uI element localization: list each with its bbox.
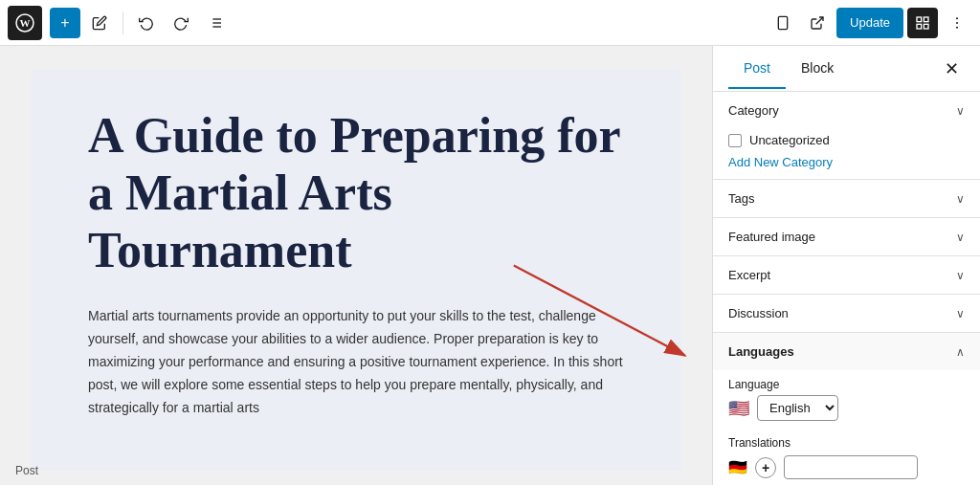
featured-image-title: Featured image <box>728 230 815 244</box>
category-chevron-icon: ∨ <box>956 104 965 118</box>
tablet-icon <box>775 15 791 31</box>
excerpt-title: Excerpt <box>728 268 770 282</box>
category-section: Category ∨ Uncategorized Add New Categor… <box>713 92 980 180</box>
editor-canvas: A Guide to Preparing for a Martial Arts … <box>31 69 681 471</box>
undo-icon <box>139 15 154 31</box>
svg-rect-12 <box>924 17 928 22</box>
svg-rect-8 <box>778 16 787 29</box>
tab-block[interactable]: Block <box>786 49 849 89</box>
svg-point-17 <box>956 26 958 28</box>
svg-rect-11 <box>917 17 922 22</box>
sidebar-header: Post Block ✕ <box>713 46 980 92</box>
svg-point-16 <box>956 22 958 24</box>
discussion-section-header[interactable]: Discussion ∨ <box>713 295 980 332</box>
translation-input[interactable] <box>784 455 918 479</box>
more-icon <box>949 15 965 31</box>
redo-icon <box>173 15 189 31</box>
external-link-icon <box>810 15 825 31</box>
wp-logo-icon: W <box>15 13 34 33</box>
category-checkbox[interactable] <box>728 134 742 147</box>
languages-section: Languages ∧ Language 🇺🇸 English German F… <box>713 333 980 485</box>
featured-image-section-header[interactable]: Featured image ∨ <box>713 218 980 255</box>
post-content[interactable]: Martial arts tournaments provide an oppo… <box>88 305 624 419</box>
discussion-section: Discussion ∨ <box>713 295 980 333</box>
languages-title: Languages <box>728 344 794 359</box>
preview-button[interactable] <box>768 8 798 38</box>
add-translation-button[interactable]: + <box>755 457 776 478</box>
undo-button[interactable] <box>131 8 162 38</box>
category-item-uncategorized: Uncategorized <box>713 129 980 155</box>
category-section-header[interactable]: Category ∨ <box>713 92 980 129</box>
translations-label: Translations <box>713 429 980 455</box>
main-area: A Guide to Preparing for a Martial Arts … <box>0 46 980 485</box>
language-select[interactable]: English German French <box>757 395 838 421</box>
tags-section-title: Tags <box>728 191 754 206</box>
featured-image-section: Featured image ∨ <box>713 218 980 256</box>
update-button[interactable]: Update <box>836 8 903 38</box>
add-new-category-link[interactable]: Add New Category <box>713 155 980 179</box>
svg-line-10 <box>816 17 823 24</box>
us-flag-icon: 🇺🇸 <box>728 398 749 419</box>
language-label: Language <box>713 370 980 395</box>
redo-button[interactable] <box>166 8 196 38</box>
svg-text:W: W <box>20 17 31 29</box>
tab-post[interactable]: Post <box>728 49 786 89</box>
view-button[interactable] <box>802 8 833 38</box>
de-flag-icon: 🇩🇪 <box>728 458 747 476</box>
wp-logo: W <box>8 6 42 40</box>
settings-panel-icon <box>915 15 930 31</box>
editor-area: A Guide to Preparing for a Martial Arts … <box>0 46 712 485</box>
excerpt-chevron-icon: ∨ <box>956 269 965 282</box>
language-select-row: 🇺🇸 English German French <box>713 395 980 429</box>
category-section-title: Category <box>728 103 779 118</box>
sidebar-close-button[interactable]: ✕ <box>938 55 965 82</box>
editor-footer: Post <box>15 464 38 477</box>
discussion-title: Discussion <box>728 306 789 320</box>
sidebar-tabs: Post Block <box>728 49 849 89</box>
tools-button[interactable] <box>84 8 115 38</box>
sidebar: Post Block ✕ Category ∨ Uncategorized Ad… <box>712 46 980 485</box>
svg-rect-13 <box>924 24 928 29</box>
languages-chevron-icon: ∧ <box>956 345 965 359</box>
featured-image-chevron-icon: ∨ <box>956 231 965 244</box>
excerpt-section-header[interactable]: Excerpt ∨ <box>713 256 980 294</box>
toolbar: W + Update <box>0 0 980 46</box>
svg-point-15 <box>956 17 958 19</box>
list-icon <box>208 15 223 31</box>
pencil-icon <box>92 15 107 31</box>
excerpt-section: Excerpt ∨ <box>713 256 980 295</box>
post-title[interactable]: A Guide to Preparing for a Martial Arts … <box>88 107 624 278</box>
add-block-button[interactable]: + <box>50 8 80 38</box>
category-name: Uncategorized <box>749 133 830 147</box>
more-options-button[interactable] <box>942 8 972 38</box>
discussion-chevron-icon: ∨ <box>956 307 965 320</box>
svg-rect-14 <box>917 24 922 29</box>
list-view-button[interactable] <box>200 8 231 38</box>
separator-1 <box>122 11 123 34</box>
tags-chevron-icon: ∨ <box>956 192 965 206</box>
translation-row: 🇩🇪 + <box>713 455 980 485</box>
tags-section: Tags ∨ <box>713 180 980 218</box>
languages-section-header[interactable]: Languages ∧ <box>713 333 980 370</box>
tags-section-header[interactable]: Tags ∨ <box>713 180 980 217</box>
settings-toggle-button[interactable] <box>907 8 938 38</box>
post-status-label: Post <box>15 464 38 477</box>
